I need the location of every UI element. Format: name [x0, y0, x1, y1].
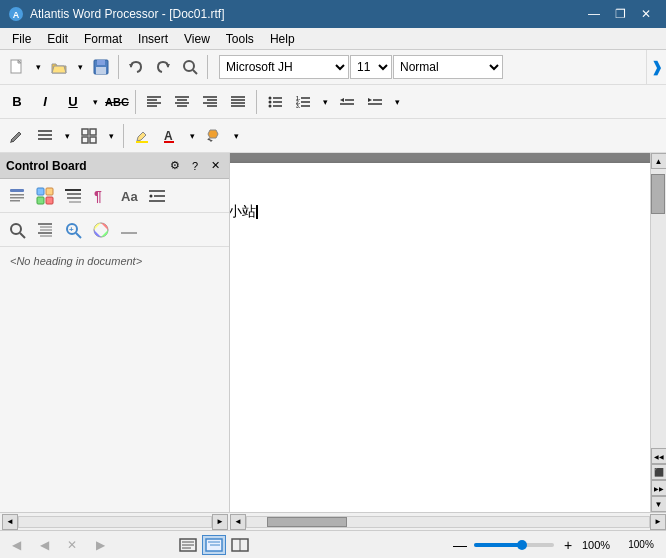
font-size-select[interactable]: 11 8 9 10 12 14: [350, 55, 392, 79]
close-button[interactable]: ✕: [634, 4, 658, 24]
menu-view[interactable]: View: [176, 30, 218, 48]
decrease-indent-button[interactable]: [334, 89, 360, 115]
zoom-percent-button[interactable]: 100%: [626, 535, 656, 555]
restore-button[interactable]: ❐: [608, 4, 632, 24]
help-icon[interactable]: ?: [187, 158, 203, 174]
new-button[interactable]: [4, 54, 30, 80]
cp-list-btn[interactable]: [144, 183, 170, 209]
highlight-button[interactable]: [129, 123, 155, 149]
style-select[interactable]: Normal Heading 1 Heading 2 Heading 3: [393, 55, 503, 79]
h-scroll-thumb[interactable]: [267, 517, 347, 527]
menu-edit[interactable]: Edit: [39, 30, 76, 48]
open-button[interactable]: [46, 54, 72, 80]
h-scroll-left2-btn[interactable]: ◄: [230, 514, 246, 530]
stop-nav-btn[interactable]: ✕: [60, 535, 84, 555]
scroll-thumb-btn[interactable]: ⬛: [651, 464, 667, 480]
redo-button[interactable]: [150, 54, 176, 80]
cp-paragraph-btn[interactable]: [4, 183, 30, 209]
list-view-button[interactable]: [32, 123, 58, 149]
svg-rect-59: [37, 188, 44, 195]
minimize-button[interactable]: —: [582, 4, 606, 24]
cp-toolbar2: +: [0, 213, 229, 247]
close-panel-icon[interactable]: ✕: [207, 158, 223, 174]
zoom-out-button[interactable]: —: [450, 535, 470, 555]
h-scroll-left-btn[interactable]: ◄: [2, 514, 18, 530]
back-nav-btn[interactable]: ◀: [32, 535, 56, 555]
doc-content[interactable]: 绿软小站: [230, 203, 650, 403]
numbered-list-button[interactable]: 1.2.3.: [290, 89, 316, 115]
font-color-button[interactable]: A: [157, 123, 183, 149]
h-scroll-right-btn[interactable]: ►: [212, 514, 228, 530]
underline-arrow[interactable]: ▾: [88, 89, 102, 115]
list-arrow[interactable]: ▾: [318, 89, 332, 115]
svg-rect-50: [82, 137, 88, 143]
zoom-slider-thumb[interactable]: [517, 540, 527, 550]
justify-button[interactable]: [225, 89, 251, 115]
cp-toolbar1: ¶ Aa: [0, 179, 229, 213]
pen-button[interactable]: [4, 123, 30, 149]
cp-color2-btn[interactable]: [88, 217, 114, 243]
view-normal-btn[interactable]: [176, 535, 200, 555]
fwd-nav-btn[interactable]: ▶: [88, 535, 112, 555]
bullet-list-button[interactable]: [262, 89, 288, 115]
menu-insert[interactable]: Insert: [130, 30, 176, 48]
color-toolbar-row: ▾ ▾ A ▾ ▾: [0, 119, 666, 153]
open-arrow-button[interactable]: ▾: [73, 54, 87, 80]
align-right-button[interactable]: [197, 89, 223, 115]
cp-format-btn[interactable]: Aa: [116, 183, 142, 209]
svg-rect-61: [37, 197, 44, 204]
increase-indent-button[interactable]: [362, 89, 388, 115]
settings-icon[interactable]: ⚙: [167, 158, 183, 174]
cp-search-btn[interactable]: [4, 217, 30, 243]
indent-arrow[interactable]: ▾: [390, 89, 404, 115]
font-name-select[interactable]: Microsoft JH Arial Times New Roman: [219, 55, 349, 79]
align-center-button[interactable]: [169, 89, 195, 115]
svg-rect-54: [164, 141, 174, 143]
italic-button[interactable]: I: [32, 89, 58, 115]
h-scroll-track-left[interactable]: [18, 516, 212, 528]
svg-text:A: A: [164, 129, 173, 143]
block-arrow[interactable]: ▾: [104, 123, 118, 149]
view-outline-btn[interactable]: [202, 535, 226, 555]
scroll-down-button[interactable]: ▼: [651, 496, 667, 512]
bold-button[interactable]: B: [4, 89, 30, 115]
find-button[interactable]: [177, 54, 203, 80]
prev-page-button[interactable]: ◀◀: [651, 448, 667, 464]
menu-file[interactable]: File: [4, 30, 39, 48]
font-color-arrow[interactable]: ▾: [185, 123, 199, 149]
zoom-in-button[interactable]: +: [558, 535, 578, 555]
h-scroll-track[interactable]: [246, 516, 650, 528]
cp-bookmark-btn[interactable]: [116, 217, 142, 243]
list-view-arrow[interactable]: ▾: [60, 123, 74, 149]
new-arrow-button[interactable]: ▾: [31, 54, 45, 80]
paint-arrow[interactable]: ▾: [229, 123, 243, 149]
svg-marker-38: [340, 98, 344, 102]
menu-tools[interactable]: Tools: [218, 30, 262, 48]
cp-styles-btn[interactable]: [32, 183, 58, 209]
next-page-button[interactable]: ▶▶: [651, 480, 667, 496]
view-web-btn[interactable]: [228, 535, 252, 555]
cp-special-btn[interactable]: ¶: [88, 183, 114, 209]
menu-help[interactable]: Help: [262, 30, 303, 48]
undo-button[interactable]: [123, 54, 149, 80]
align-left-button[interactable]: [141, 89, 167, 115]
underline-button[interactable]: U: [60, 89, 86, 115]
paint-bucket-button[interactable]: [201, 123, 227, 149]
menu-format[interactable]: Format: [76, 30, 130, 48]
block-button[interactable]: [76, 123, 102, 149]
strikethrough-button[interactable]: ABC: [104, 89, 130, 115]
zoom-slider[interactable]: [474, 543, 554, 547]
cp-outline-btn[interactable]: [60, 183, 86, 209]
cp-toc-btn[interactable]: [32, 217, 58, 243]
scroll-up-button[interactable]: ▲: [651, 153, 667, 169]
doc-area[interactable]: 绿软小站: [230, 153, 650, 512]
svg-rect-60: [46, 188, 53, 195]
scroll-thumb[interactable]: [651, 174, 665, 214]
cp-find-btn[interactable]: +: [60, 217, 86, 243]
save-button[interactable]: [88, 54, 114, 80]
prev-nav-btn[interactable]: ◀: [4, 535, 28, 555]
toolbar-nav-arrow[interactable]: ❱: [646, 50, 666, 84]
h-scroll-right2-btn[interactable]: ►: [650, 514, 666, 530]
scroll-track[interactable]: [651, 169, 667, 448]
svg-rect-58: [10, 200, 20, 202]
